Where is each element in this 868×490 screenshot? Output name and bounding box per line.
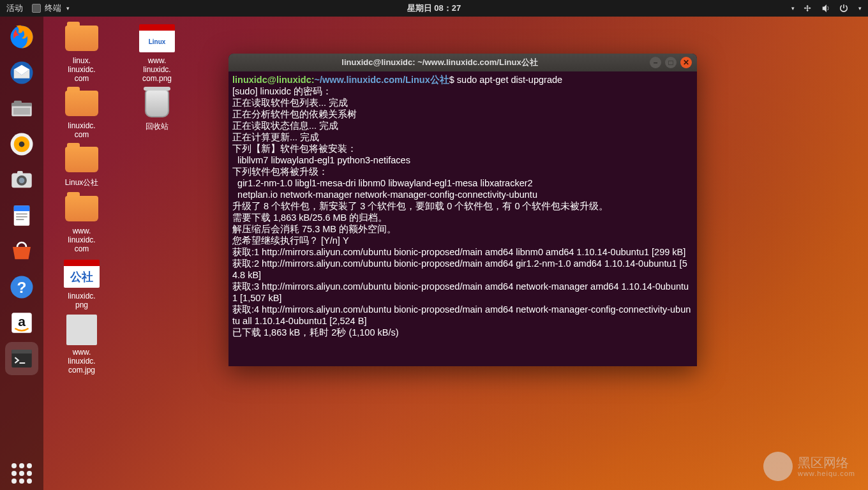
desktop-folder[interactable]: linuxidc. com xyxy=(50,87,114,139)
maximize-button[interactable]: □ xyxy=(665,57,677,68)
svg-text:?: ? xyxy=(17,279,27,296)
svg-rect-15 xyxy=(16,214,27,215)
desktop-icons-col2: Linuxwww. linuxidc. com.png 回收站 xyxy=(125,22,189,136)
dock-firefox[interactable] xyxy=(5,20,38,54)
svg-point-8 xyxy=(19,142,25,147)
chevron-down-icon: ▾ xyxy=(791,5,795,11)
svg-rect-23 xyxy=(11,350,32,353)
app-menu[interactable]: 终端 ▾ xyxy=(32,3,70,14)
window-title: linuxidc@linuxidc: ~/www.linuxidc.com/Li… xyxy=(234,57,646,68)
desktop-folder[interactable]: Linux公社 xyxy=(50,143,114,188)
desktop-icons-col1: linux. linuxidc. com linuxidc. com Linux… xyxy=(50,22,114,378)
svg-rect-12 xyxy=(17,171,23,174)
svg-rect-4 xyxy=(14,101,22,104)
terminal-window: linuxidc@linuxidc: ~/www.linuxidc.com/Li… xyxy=(228,54,697,366)
chevron-down-icon: ▾ xyxy=(858,5,862,11)
dock-thunderbird[interactable] xyxy=(5,56,38,89)
titlebar[interactable]: linuxidc@linuxidc: ~/www.linuxidc.com/Li… xyxy=(228,54,697,71)
svg-text:a: a xyxy=(18,314,26,329)
dock-files[interactable] xyxy=(5,92,38,125)
svg-rect-16 xyxy=(16,216,27,218)
minimize-button[interactable]: – xyxy=(650,57,661,68)
dock-help[interactable]: ? xyxy=(5,271,38,304)
desktop-folder[interactable]: www. linuxidc. com xyxy=(50,192,114,253)
desktop-image[interactable]: 公社linuxidc. png xyxy=(50,257,114,309)
show-applications[interactable] xyxy=(5,457,38,490)
system-menu[interactable]: ▾ ▾ xyxy=(790,4,862,13)
dock-amazon[interactable]: a xyxy=(5,306,38,339)
dock: ? a xyxy=(0,17,43,490)
network-icon xyxy=(804,4,812,13)
svg-point-11 xyxy=(19,178,25,184)
trash[interactable]: 回收站 xyxy=(125,87,189,132)
terminal-icon xyxy=(32,4,41,13)
dock-writer[interactable] xyxy=(5,199,38,232)
dock-software[interactable] xyxy=(5,235,38,268)
dock-terminal[interactable] xyxy=(5,342,38,375)
activities-button[interactable]: 活动 xyxy=(6,3,23,14)
dock-rhythmbox[interactable] xyxy=(5,128,38,161)
close-button[interactable]: ✕ xyxy=(680,57,692,68)
mushroom-icon xyxy=(763,452,793,481)
terminal-output: [sudo] linuxidc 的密码： 正在读取软件包列表... 完成 正在分… xyxy=(232,86,691,338)
dock-photos[interactable] xyxy=(5,163,38,197)
chevron-down-icon: ▾ xyxy=(66,5,70,11)
desktop-image[interactable]: www. linuxidc. com.jpg xyxy=(50,313,114,375)
desktop-folder[interactable]: linux. linuxidc. com xyxy=(50,22,114,83)
desktop-image[interactable]: Linuxwww. linuxidc. com.png xyxy=(125,22,189,83)
svg-rect-17 xyxy=(16,219,24,220)
terminal-body[interactable]: linuxidc@linuxidc:~/www.linuxidc.com/Lin… xyxy=(228,71,697,341)
top-bar: 活动 终端 ▾ 星期日 08：27 ▾ ▾ xyxy=(0,0,868,17)
clock[interactable]: 星期日 08：27 xyxy=(407,3,461,14)
volume-icon xyxy=(821,4,830,13)
svg-rect-14 xyxy=(14,205,30,211)
svg-rect-5 xyxy=(13,108,30,115)
power-icon xyxy=(839,4,848,13)
watermark: 黑区网络www.heiqu.com xyxy=(763,452,855,481)
